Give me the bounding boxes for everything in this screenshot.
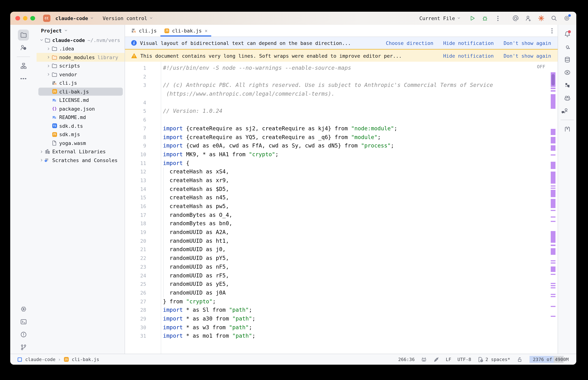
code-line[interactable]: 7import {createRequire as sj2, createReq… xyxy=(125,124,558,133)
code-line[interactable]: 9import {cwd as e0A, cwd as FfA, cwd as … xyxy=(125,142,558,150)
close-window-button[interactable] xyxy=(15,16,20,21)
run-services-button[interactable] xyxy=(18,304,29,314)
learn-button[interactable]: ? xyxy=(18,42,29,53)
code-line[interactable]: 1#!/usr/bin/env -S node --no-warnings --… xyxy=(125,64,558,73)
code-text[interactable]: import * as Sl from "path"; xyxy=(163,306,252,315)
line-number[interactable]: 27 xyxy=(125,297,161,306)
code-editor[interactable]: 1#!/usr/bin/env -S node --no-warnings --… xyxy=(125,62,558,354)
line-number[interactable]: 10 xyxy=(125,150,161,159)
code-text[interactable]: import * as a30 from "path"; xyxy=(163,315,255,323)
code-line[interactable]: 27} from "crypto"; xyxy=(125,297,558,306)
line-number[interactable]: 19 xyxy=(125,228,161,237)
code-line[interactable]: 24 randomUUID as rF5, xyxy=(125,271,558,280)
problems-button[interactable] xyxy=(18,329,29,340)
tree-item-vendor[interactable]: vendor xyxy=(37,70,125,79)
line-number[interactable]: 30 xyxy=(125,323,161,332)
line-number[interactable] xyxy=(125,90,161,98)
code-text[interactable]: } from "crypto"; xyxy=(163,297,216,306)
tree-item-README.md[interactable]: M↓README.md xyxy=(37,113,125,122)
line-number[interactable]: 26 xyxy=(125,289,161,297)
run-configuration-selector[interactable]: Current File xyxy=(417,14,463,22)
tree-item-cli.js[interactable]: 100JScli.js xyxy=(37,79,125,87)
chevron-right-icon[interactable] xyxy=(46,46,52,52)
tree-item-node_modules[interactable]: node_moduleslibrary xyxy=(37,53,125,61)
tree-item-LICENSE.md[interactable]: M↓LICENSE.md xyxy=(37,96,125,104)
chevron-right-icon[interactable] xyxy=(46,54,52,60)
line-number[interactable]: 14 xyxy=(125,185,161,193)
line-number[interactable]: 8 xyxy=(125,133,161,142)
code-text[interactable]: import {cwd as e0A, cwd as FfA, cwd as S… xyxy=(163,142,394,150)
code-line[interactable]: 17 randomBytes as O_4, xyxy=(125,211,558,219)
settings-button[interactable] xyxy=(563,15,570,22)
banner-link-choose-direction[interactable]: Choose direction xyxy=(386,40,433,46)
code-text[interactable]: (https://www.anthropic.com/legal/commerc… xyxy=(163,90,335,98)
project-folder-button[interactable] xyxy=(18,29,29,40)
code-line[interactable]: 22 randomUUID as pY5, xyxy=(125,254,558,263)
code-with-me-button[interactable] xyxy=(525,15,532,22)
chevron-down-icon[interactable] xyxy=(39,37,45,43)
chevron-right-icon[interactable] xyxy=(46,63,52,69)
code-lines[interactable]: 1#!/usr/bin/env -S node --no-warnings --… xyxy=(125,64,558,341)
line-number[interactable]: 31 xyxy=(125,332,161,341)
breadcrumb-project[interactable]: claude-code xyxy=(25,357,56,362)
code-text[interactable]: createHash as $D5, xyxy=(163,185,229,193)
line-number[interactable]: 29 xyxy=(125,315,161,323)
code-text[interactable]: import * as mo1 from "path"; xyxy=(163,332,255,341)
writable-lock-icon[interactable] xyxy=(516,356,523,362)
line-separator-widget[interactable]: LF xyxy=(446,357,451,362)
tab-cli-bak.js[interactable]: JScli-bak.js× xyxy=(161,25,211,37)
code-text[interactable]: randomUUID as j0A xyxy=(163,289,226,297)
mentions-button[interactable] xyxy=(512,15,519,22)
line-number[interactable]: 23 xyxy=(125,263,161,271)
line-number[interactable]: 18 xyxy=(125,220,161,228)
code-line[interactable]: 6 xyxy=(125,116,558,124)
code-line[interactable]: 29import * as a30 from "path"; xyxy=(125,315,558,323)
more-button[interactable] xyxy=(18,73,29,84)
code-line[interactable]: 28import * as Sl from "path"; xyxy=(125,306,558,315)
code-line[interactable]: 12 createHash as xS4, xyxy=(125,168,558,176)
search-everywhere-button[interactable] xyxy=(550,15,558,22)
structure-button[interactable] xyxy=(18,60,29,71)
code-text[interactable]: randomBytes as O_4, xyxy=(163,211,232,219)
code-text[interactable]: import * as w3 from "path"; xyxy=(163,323,252,332)
tab-options-button[interactable] xyxy=(546,25,558,37)
code-line[interactable]: 2 xyxy=(125,73,558,81)
tree-item-scripts[interactable]: scripts xyxy=(37,61,125,70)
version-control-widget[interactable]: Version control xyxy=(101,14,155,22)
code-line[interactable]: 8import {createRequire as YQ5, createReq… xyxy=(125,133,558,142)
code-text[interactable]: randomUUID as pY5, xyxy=(163,254,229,263)
line-number[interactable]: 25 xyxy=(125,280,161,288)
breadcrumb-file[interactable]: cli-bak.js xyxy=(72,357,100,362)
line-number[interactable]: 24 xyxy=(125,271,161,280)
caret-position-widget[interactable]: 266:36 xyxy=(398,357,415,362)
line-number[interactable]: 6 xyxy=(125,116,161,124)
code-line[interactable]: 13 createHash as xr9, xyxy=(125,176,558,185)
code-text[interactable]: import {createRequire as sj2, createRequ… xyxy=(163,124,397,133)
banner-link-hide-notification[interactable]: Hide notification xyxy=(443,40,494,46)
line-number[interactable]: 21 xyxy=(125,246,161,254)
line-number[interactable]: 13 xyxy=(125,176,161,185)
line-number[interactable]: 9 xyxy=(125,142,161,150)
code-line[interactable]: 25 randomUUID as yE5, xyxy=(125,280,558,288)
close-tab-icon[interactable]: × xyxy=(205,28,208,33)
line-number[interactable]: 12 xyxy=(125,168,161,176)
code-line[interactable]: 3// (c) Anthropic PBC. All rights reserv… xyxy=(125,81,558,90)
line-number[interactable]: 4 xyxy=(125,98,161,107)
code-text[interactable]: #!/usr/bin/env -S node --no-warnings --e… xyxy=(163,64,351,73)
code-line[interactable]: 4 xyxy=(125,98,558,107)
notifications-button[interactable] xyxy=(562,29,573,40)
debug-button[interactable] xyxy=(481,15,488,22)
maximize-window-button[interactable] xyxy=(30,16,35,21)
code-line[interactable]: 21 randomUUID as j0, xyxy=(125,246,558,254)
code-with-me-button[interactable] xyxy=(562,105,573,116)
project-widget[interactable]: claude-code xyxy=(53,14,96,22)
code-line[interactable]: 26 randomUUID as j0A xyxy=(125,289,558,297)
tab-cli.js[interactable]: 100JScli.js xyxy=(127,25,161,37)
code-text[interactable]: randomUUID as A2A, xyxy=(163,228,229,237)
line-number[interactable]: 2 xyxy=(125,73,161,81)
code-text[interactable]: // (c) Anthropic PBC. All rights reserve… xyxy=(163,81,493,90)
line-number[interactable]: 1 xyxy=(125,64,161,73)
banner-link-don-t-show-again[interactable]: Don't show again xyxy=(504,53,551,58)
chevron-right-icon[interactable] xyxy=(46,72,52,77)
encoding-widget[interactable]: UTF-8 xyxy=(458,357,471,362)
